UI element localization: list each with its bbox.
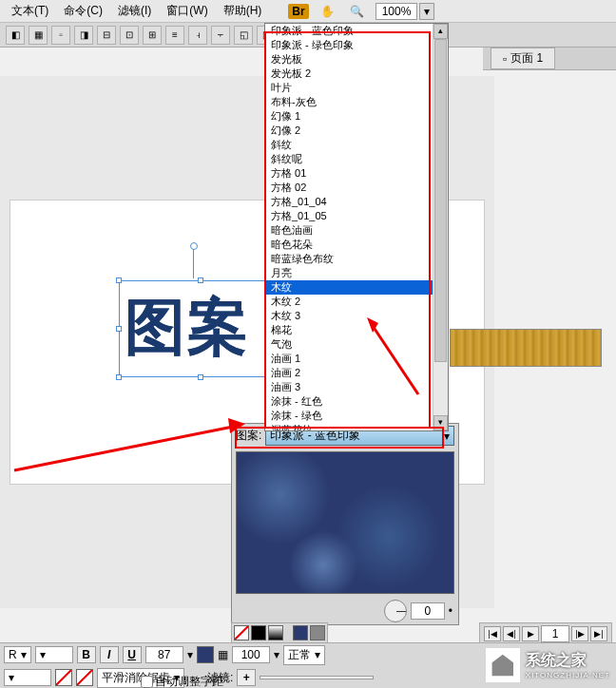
pattern-list-item[interactable]: 方格 02 <box>265 181 448 195</box>
pattern-list-item[interactable]: 油画 1 <box>265 352 448 366</box>
fill-color-swatch[interactable] <box>197 646 214 663</box>
leading-select[interactable]: ▾ <box>4 669 51 686</box>
italic-button[interactable]: I <box>100 646 119 663</box>
pattern-list-item[interactable]: 斜纹 <box>265 138 448 152</box>
zoom-tool-icon[interactable]: 🔍 <box>342 3 372 20</box>
texture-swatch[interactable] <box>310 625 325 640</box>
pattern-list-item[interactable]: 深蓝花纹 <box>265 423 448 431</box>
filter-display[interactable] <box>260 676 374 679</box>
menu-command[interactable]: 命令(C) <box>56 1 110 21</box>
menu-window[interactable]: 窗口(W) <box>159 1 215 21</box>
underline-button[interactable]: U <box>123 646 142 663</box>
opacity-input[interactable] <box>232 646 270 663</box>
tab-label: 页面 1 <box>510 50 543 67</box>
pattern-list-item[interactable]: 油画 2 <box>265 366 448 380</box>
tool-icon[interactable]: ⫞ <box>188 26 207 45</box>
pattern-list-item[interactable]: 气泡 <box>265 337 448 352</box>
tool-icon[interactable]: ▦ <box>29 26 48 45</box>
pattern-list-item[interactable]: 印象派 - 绿色印象 <box>265 38 448 52</box>
chevron-down-icon[interactable]: ▾ <box>187 648 193 661</box>
prev-frame-icon[interactable]: ◀| <box>503 626 520 641</box>
pattern-list-item[interactable]: 幻像 1 <box>265 109 448 124</box>
tool-icon[interactable]: ◱ <box>234 26 253 45</box>
tool-icon[interactable]: ⊞ <box>143 26 162 45</box>
pattern-list-item[interactable]: 油画 3 <box>265 380 448 394</box>
rotation-handle[interactable] <box>193 248 194 278</box>
no-fill-swatch[interactable] <box>234 625 249 640</box>
resize-handle[interactable] <box>116 326 122 332</box>
tool-icon[interactable]: ◧ <box>6 26 25 45</box>
zoom-dropdown-icon[interactable]: ▾ <box>419 3 434 20</box>
pattern-list-item[interactable]: 暗蓝绿色布纹 <box>265 252 448 266</box>
solid-swatch[interactable] <box>251 625 266 640</box>
bridge-icon[interactable]: Br <box>288 4 308 19</box>
next-frame-icon[interactable]: |▶ <box>571 626 588 641</box>
zoom-level-input[interactable]: 100% <box>375 3 418 20</box>
pattern-list-item[interactable]: 木纹 <box>265 280 448 295</box>
pattern-list-item[interactable]: 方格_01_04 <box>265 195 448 209</box>
tool-icon[interactable]: ⊟ <box>97 26 116 45</box>
pattern-list-item[interactable]: 方格 01 <box>265 166 448 181</box>
add-filter-button[interactable]: + <box>237 669 256 686</box>
pattern-list-item[interactable]: 棉花 <box>265 323 448 337</box>
pattern-list-item[interactable]: 叶片 <box>265 81 448 95</box>
resize-handle[interactable] <box>198 374 203 380</box>
pattern-list-item[interactable]: 涂抹 - 红色 <box>265 394 448 409</box>
tool-icon[interactable]: ⫟ <box>211 26 230 45</box>
angle-dial[interactable] <box>384 600 407 622</box>
auto-kern-checkbox[interactable]: 自动调整字距 <box>141 674 223 688</box>
menu-text[interactable]: 文本(T) <box>4 1 56 21</box>
resize-handle[interactable] <box>116 277 122 283</box>
pattern-dropdown-list[interactable]: 印象派 - 蓝色印象印象派 - 绿色印象发光板发光板 2叶片布料-灰色幻像 1幻… <box>264 23 449 431</box>
pattern-list-item[interactable]: 印象派 - 蓝色印象 <box>265 24 448 38</box>
pattern-list-item[interactable]: 暗色花朵 <box>265 238 448 252</box>
pattern-list-item[interactable]: 方格_01_05 <box>265 209 448 223</box>
tool-icon[interactable]: ⊡ <box>120 26 139 45</box>
auto-kern-check[interactable] <box>141 676 153 688</box>
bold-button[interactable]: B <box>77 646 96 663</box>
scroll-thumb[interactable] <box>434 39 447 362</box>
pattern-list-item[interactable]: 发光板 2 <box>265 67 448 81</box>
pattern-swatch[interactable] <box>293 625 308 640</box>
play-icon[interactable]: ▶ <box>522 626 539 641</box>
first-frame-icon[interactable]: |◀ <box>484 626 501 641</box>
tool-icon[interactable]: ◨ <box>74 26 93 45</box>
font-size-input[interactable] <box>145 646 183 663</box>
scroll-down-icon[interactable]: ▾ <box>433 415 448 430</box>
stroke-color-swatch[interactable] <box>76 669 93 686</box>
pattern-list-item[interactable]: 月亮 <box>265 266 448 280</box>
pattern-list-item[interactable]: 发光板 <box>265 52 448 67</box>
resize-handle[interactable] <box>198 277 203 283</box>
stroke-none-swatch[interactable] <box>55 669 72 686</box>
resize-handle[interactable] <box>116 374 122 380</box>
pattern-list-item[interactable]: 暗色油画 <box>265 223 448 238</box>
gradient-swatch[interactable] <box>268 625 283 640</box>
tab-page-1[interactable]: ▫ 页面 1 <box>491 48 555 69</box>
svg-line-6 <box>77 670 92 685</box>
angle-input[interactable] <box>411 602 445 620</box>
hand-tool-icon[interactable]: ✋ <box>313 3 342 20</box>
pattern-list-item[interactable]: 幻像 2 <box>265 124 448 138</box>
pattern-list-item[interactable]: 木纹 3 <box>265 309 448 323</box>
chevron-down-icon: ▾ <box>315 648 320 661</box>
pattern-fill-panel: 图案: 印象派 - 蓝色印象 ▾ • <box>231 423 459 625</box>
tool-icon[interactable]: ▫ <box>51 26 70 45</box>
frame-number-input[interactable]: 1 <box>541 625 569 642</box>
menu-filter[interactable]: 滤镜(I) <box>110 1 159 21</box>
wood-texture-object[interactable] <box>450 329 602 367</box>
pattern-list-item[interactable]: 涂抹 - 绿色 <box>265 409 448 423</box>
text-object[interactable]: 图案 <box>125 286 277 372</box>
chevron-down-icon: ▾ <box>9 671 14 684</box>
pattern-list-item[interactable]: 布料-灰色 <box>265 95 448 109</box>
tool-icon[interactable]: ≡ <box>165 26 184 45</box>
registration-select[interactable]: R▾ <box>4 646 31 663</box>
font-family-select[interactable]: ▾ <box>35 646 73 663</box>
pattern-list-item[interactable]: 木纹 2 <box>265 295 448 309</box>
last-frame-icon[interactable]: ▶| <box>590 626 607 641</box>
pattern-list-item[interactable]: 斜纹呢 <box>265 152 448 166</box>
scroll-up-icon[interactable]: ▴ <box>433 24 448 39</box>
chevron-down-icon[interactable]: ▾ <box>274 648 279 661</box>
menu-help[interactable]: 帮助(H) <box>216 1 270 21</box>
blend-mode-select[interactable]: 正常▾ <box>283 645 325 665</box>
scrollbar[interactable]: ▴ ▾ <box>433 24 448 430</box>
